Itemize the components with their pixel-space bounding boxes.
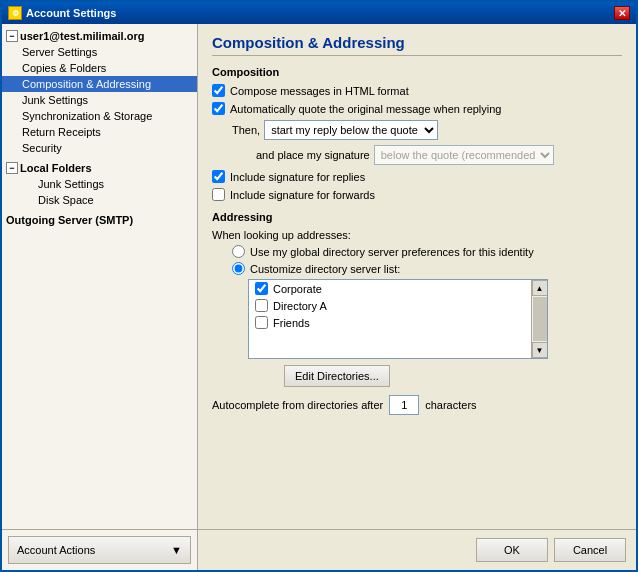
- main-content: − user1@test.milimail.org Server Setting…: [2, 24, 636, 570]
- panel-title: Composition & Addressing: [212, 34, 622, 56]
- edit-dirs-button[interactable]: Edit Directories...: [284, 365, 390, 387]
- auto-quote-checkbox[interactable]: [212, 102, 225, 115]
- addressing-section-label: Addressing: [212, 211, 622, 223]
- dir-corporate-label: Corporate: [273, 283, 322, 295]
- customize-label: Customize directory server list:: [250, 263, 400, 275]
- dir-item-friends: Friends: [249, 314, 531, 331]
- account-actions-label: Account Actions: [17, 544, 95, 556]
- server-settings-label: Server Settings: [22, 46, 97, 58]
- looking-up-label: When looking up addresses:: [212, 229, 622, 241]
- auto-quote-label: Automatically quote the original message…: [230, 103, 502, 115]
- sidebar-item-security[interactable]: Security: [2, 140, 197, 156]
- account-actions-button[interactable]: Account Actions ▼: [8, 536, 191, 564]
- return-receipts-label: Return Receipts: [22, 126, 101, 138]
- dir-corporate-checkbox[interactable]: [255, 282, 268, 295]
- directory-list-container: Corporate Directory A Friends: [248, 279, 548, 359]
- autocomplete-prefix: Autocomplete from directories after: [212, 399, 383, 411]
- dir-item-directory-a: Directory A: [249, 297, 531, 314]
- local-folders-label: Local Folders: [20, 162, 92, 174]
- tree-expander-account[interactable]: −: [6, 30, 18, 42]
- sidebar-bottom: Account Actions ▼: [2, 529, 197, 570]
- addressing-section: Addressing When looking up addresses: Us…: [212, 211, 622, 415]
- window-title: Account Settings: [26, 7, 116, 19]
- compose-html-row: Compose messages in HTML format: [212, 84, 622, 97]
- include-sig-forwards-row: Include signature for forwards: [212, 188, 622, 201]
- right-panel: Composition & Addressing Composition Com…: [198, 24, 636, 570]
- customize-radio-row: Customize directory server list:: [232, 262, 622, 275]
- autocomplete-suffix: characters: [425, 399, 476, 411]
- sidebar-item-account-root[interactable]: − user1@test.milimail.org: [2, 28, 197, 44]
- sidebar-tree: − user1@test.milimail.org Server Setting…: [2, 24, 197, 529]
- account-root-label: user1@test.milimail.org: [20, 30, 144, 42]
- sig-placement-row: and place my signature below the quote (…: [256, 145, 622, 165]
- title-bar: ⚙ Account Settings ✕: [2, 2, 636, 24]
- sidebar-item-copies-folders[interactable]: Copies & Folders: [2, 60, 197, 76]
- include-sig-replies-row: Include signature for replies: [212, 170, 622, 183]
- sidebar-item-server-settings[interactable]: Server Settings: [2, 44, 197, 60]
- include-sig-replies-label: Include signature for replies: [230, 171, 365, 183]
- include-sig-forwards-label: Include signature for forwards: [230, 189, 375, 201]
- then-row: Then, start my reply below the quote sta…: [232, 120, 622, 140]
- outgoing-smtp-label: Outgoing Server (SMTP): [6, 214, 133, 226]
- reply-dropdown[interactable]: start my reply below the quote start my …: [264, 120, 438, 140]
- include-sig-forwards-checkbox[interactable]: [212, 188, 225, 201]
- sidebar-item-synchronization-storage[interactable]: Synchronization & Storage: [2, 108, 197, 124]
- settings-panel: Composition & Addressing Composition Com…: [198, 24, 636, 529]
- compose-html-label: Compose messages in HTML format: [230, 85, 409, 97]
- composition-addressing-label: Composition & Addressing: [22, 78, 151, 90]
- sidebar-item-composition-addressing[interactable]: Composition & Addressing: [2, 76, 197, 92]
- account-settings-window: ⚙ Account Settings ✕ − user1@test.milima…: [0, 0, 638, 572]
- sidebar-item-junk-settings[interactable]: Junk Settings: [2, 92, 197, 108]
- include-sig-replies-checkbox[interactable]: [212, 170, 225, 183]
- close-button[interactable]: ✕: [614, 6, 630, 20]
- sidebar: − user1@test.milimail.org Server Setting…: [2, 24, 198, 570]
- account-actions-dropdown-arrow: ▼: [171, 544, 182, 556]
- scroll-down-button[interactable]: ▼: [532, 342, 548, 358]
- dir-friends-checkbox[interactable]: [255, 316, 268, 329]
- copies-folders-label: Copies & Folders: [22, 62, 106, 74]
- auto-quote-row: Automatically quote the original message…: [212, 102, 622, 115]
- security-label: Security: [22, 142, 62, 154]
- sig-placement-dropdown[interactable]: below the quote (recommended) above the …: [374, 145, 554, 165]
- edit-dirs-container: Edit Directories...: [248, 365, 622, 387]
- compose-html-checkbox[interactable]: [212, 84, 225, 97]
- scroll-thumb: [533, 297, 547, 341]
- synchronization-storage-label: Synchronization & Storage: [22, 110, 152, 122]
- sidebar-item-local-folders[interactable]: − Local Folders: [2, 160, 197, 176]
- junk-settings-local-label: Junk Settings: [38, 178, 104, 190]
- use-global-label: Use my global directory server preferenc…: [250, 246, 534, 258]
- junk-settings-label: Junk Settings: [22, 94, 88, 106]
- cancel-button[interactable]: Cancel: [554, 538, 626, 562]
- directory-list: Corporate Directory A Friends: [249, 280, 531, 358]
- disk-space-label: Disk Space: [38, 194, 94, 206]
- dialog-buttons: OK Cancel: [198, 529, 636, 570]
- scroll-up-button[interactable]: ▲: [532, 280, 548, 296]
- use-global-radio[interactable]: [232, 245, 245, 258]
- directory-scrollbar: ▲ ▼: [531, 280, 547, 358]
- sidebar-item-return-receipts[interactable]: Return Receipts: [2, 124, 197, 140]
- sidebar-item-disk-space[interactable]: Disk Space: [2, 192, 197, 208]
- customize-radio[interactable]: [232, 262, 245, 275]
- autocomplete-row: Autocomplete from directories after char…: [212, 395, 622, 415]
- dir-directory-a-label: Directory A: [273, 300, 327, 312]
- window-icon: ⚙: [8, 6, 22, 20]
- sig-placement-prefix: and place my signature: [256, 149, 370, 161]
- autocomplete-input[interactable]: [389, 395, 419, 415]
- ok-button[interactable]: OK: [476, 538, 548, 562]
- dir-directory-a-checkbox[interactable]: [255, 299, 268, 312]
- dir-friends-label: Friends: [273, 317, 310, 329]
- sidebar-item-junk-settings-local[interactable]: Junk Settings: [2, 176, 197, 192]
- then-label: Then,: [232, 124, 260, 136]
- dir-item-corporate: Corporate: [249, 280, 531, 297]
- tree-expander-local[interactable]: −: [6, 162, 18, 174]
- sidebar-item-outgoing-smtp[interactable]: Outgoing Server (SMTP): [2, 212, 197, 228]
- use-global-radio-row: Use my global directory server preferenc…: [232, 245, 622, 258]
- composition-section-label: Composition: [212, 66, 622, 78]
